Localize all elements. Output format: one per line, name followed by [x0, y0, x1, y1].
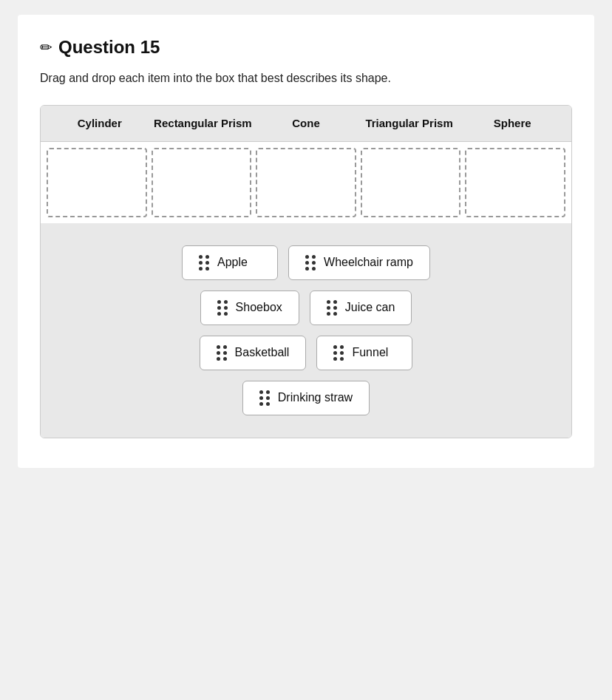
- question-header: ✏ Question 15: [40, 37, 572, 58]
- category-cone: Cone: [254, 116, 358, 131]
- drag-item-drinking-straw[interactable]: Drinking straw: [242, 381, 370, 415]
- drag-handle-juice-can: [327, 300, 338, 316]
- drag-item-apple-label: Apple: [217, 256, 248, 269]
- category-rectangular-prism: Rectangular Prism: [152, 116, 255, 131]
- drag-item-shoebox[interactable]: Shoebox: [200, 290, 299, 325]
- items-row-3: Drinking straw: [242, 381, 370, 415]
- drag-item-basketball[interactable]: Basketball: [200, 336, 307, 370]
- question-instructions: Drag and drop each item into the box tha…: [40, 69, 572, 87]
- page-container: ✏ Question 15 Drag and drop each item in…: [18, 15, 594, 468]
- question-title: Question 15: [58, 37, 160, 58]
- drag-handle-apple: [199, 255, 210, 271]
- drag-handle-funnel: [333, 345, 344, 361]
- drag-item-wheelchair-ramp[interactable]: Wheelchair ramp: [288, 245, 430, 280]
- drag-item-wheelchair-ramp-label: Wheelchair ramp: [324, 256, 413, 269]
- drag-handle-basketball: [217, 345, 228, 361]
- drop-zone-cone[interactable]: [256, 148, 356, 217]
- drop-zone-sphere[interactable]: [465, 148, 565, 217]
- drag-item-funnel[interactable]: Funnel: [316, 336, 412, 370]
- drop-zone-rectangular-prism[interactable]: [152, 148, 252, 217]
- drag-drop-area: Cylinder Rectangular Prism Cone Triangul…: [40, 105, 572, 438]
- categories-header: Cylinder Rectangular Prism Cone Triangul…: [41, 106, 571, 142]
- items-row-2: Basketball Funnel: [200, 336, 413, 370]
- items-row-1: Shoebox Juice can: [200, 290, 412, 325]
- items-row-0: Apple Wheelchair ramp: [182, 245, 430, 280]
- drop-zone-triangular-prism[interactable]: [361, 148, 461, 217]
- category-cylinder: Cylinder: [48, 116, 152, 131]
- drag-item-funnel-label: Funnel: [352, 346, 388, 359]
- drag-item-basketball-label: Basketball: [235, 346, 290, 359]
- drag-handle-drinking-straw: [259, 390, 271, 406]
- drag-item-juice-can-label: Juice can: [345, 301, 395, 314]
- drag-item-drinking-straw-label: Drinking straw: [278, 391, 353, 404]
- drag-handle-wheelchair-ramp: [305, 255, 316, 271]
- items-area: Apple Wheelchair ramp Shoebox: [41, 223, 571, 438]
- drag-item-juice-can[interactable]: Juice can: [310, 290, 412, 325]
- drop-zone-cylinder[interactable]: [47, 148, 147, 217]
- drag-handle-shoebox: [217, 300, 228, 316]
- category-triangular-prism: Triangular Prism: [358, 116, 461, 131]
- category-sphere: Sphere: [460, 116, 564, 131]
- drop-zones-row: [41, 142, 571, 223]
- drag-item-apple[interactable]: Apple: [182, 245, 278, 280]
- pencil-icon: ✏: [40, 38, 52, 56]
- drag-item-shoebox-label: Shoebox: [236, 301, 282, 314]
